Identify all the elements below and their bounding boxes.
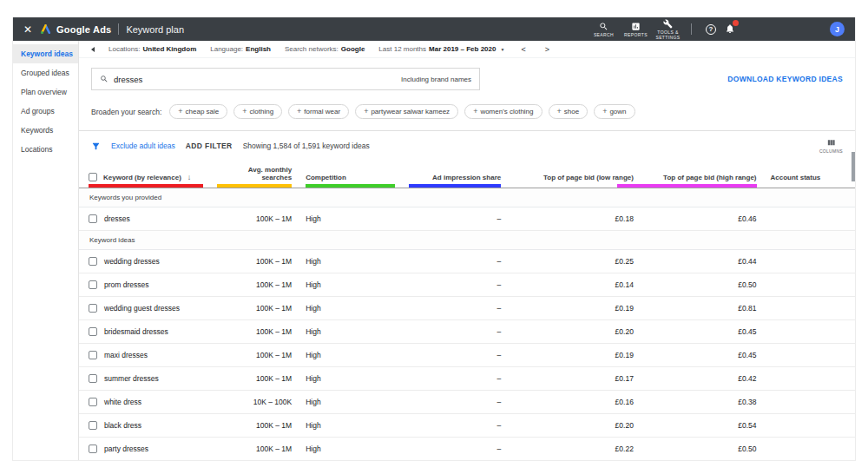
row-checkbox[interactable]	[89, 327, 97, 336]
competition-cell: High	[299, 421, 402, 430]
broaden-chip-womens-clothing[interactable]: +women's clothing	[464, 104, 542, 119]
table-row: dresses 100K – 1M High – £0.18 £0.46	[79, 207, 855, 231]
broaden-chip-gown[interactable]: +gown	[594, 104, 635, 119]
collapse-panel-icon[interactable]	[91, 47, 95, 52]
avg-monthly-searches-cell: 100K – 1M	[210, 374, 299, 383]
app-body: Keyword ideas Grouped ideas Plan overvie…	[13, 41, 855, 460]
bid-low-cell: £0.14	[508, 280, 641, 289]
bid-high-cell: £0.44	[641, 257, 764, 266]
broaden-chip-cheap-sale[interactable]: +cheap sale	[169, 104, 227, 119]
row-checkbox[interactable]	[89, 304, 97, 313]
sidebar: Keyword ideas Grouped ideas Plan overvie…	[13, 41, 79, 460]
column-label: Top of page bid (low range)	[515, 174, 634, 181]
chip-label: clothing	[250, 108, 274, 115]
ad-impression-share-cell: –	[402, 374, 509, 383]
row-checkbox[interactable]	[89, 214, 97, 223]
exclude-adult-ideas-filter[interactable]: Exclude adult ideas	[111, 142, 175, 150]
keyword-cell: wedding guest dresses	[104, 304, 180, 313]
tools-settings-button-label: TOOLS & SETTINGS	[652, 30, 684, 40]
column-header-bid-high-range[interactable]: Top of page bid (high range)	[641, 166, 764, 188]
download-keyword-ideas-button[interactable]: DOWNLOAD KEYWORD IDEAS	[727, 75, 843, 83]
columns-button[interactable]: COLUMNS	[819, 138, 843, 154]
reports-icon	[631, 22, 641, 31]
ad-impression-share-cell: –	[402, 257, 509, 266]
previous-period-icon[interactable]: <	[518, 45, 528, 54]
table-row: prom dresses 100K – 1M High – £0.14 £0.5…	[79, 273, 855, 297]
targeting-bar: Locations: United Kingdom Language: Engl…	[79, 41, 855, 58]
table-row: bridesmaid dresses 100K – 1M High – £0.2…	[79, 320, 855, 344]
keyword-search-box[interactable]: Including brand names	[91, 68, 480, 90]
select-all-checkbox[interactable]	[89, 173, 97, 181]
keyword-cell: maxi dresses	[104, 351, 148, 359]
column-header-ad-impression-share[interactable]: Ad impression share	[402, 166, 509, 188]
wrench-icon	[663, 19, 673, 29]
row-checkbox[interactable]	[89, 280, 97, 289]
keyword-cell: black dress	[104, 421, 141, 430]
column-header-keyword[interactable]: Keyword (by relevance) ↓	[79, 166, 210, 188]
topbar-divider	[118, 23, 119, 35]
vertical-scrollbar-thumb[interactable]	[852, 152, 855, 181]
search-button-label: SEARCH	[594, 32, 614, 37]
date-range-filter[interactable]: Last 12 months Mar 2019 – Feb 2020 ▼	[378, 45, 504, 53]
broaden-chip-formal-wear[interactable]: +formal wear	[288, 104, 349, 119]
close-icon[interactable]: ✕	[23, 24, 32, 35]
row-checkbox[interactable]	[89, 374, 97, 383]
competition-cell: High	[299, 280, 402, 289]
bid-low-cell: £0.25	[508, 257, 641, 266]
help-icon[interactable]: ?	[706, 24, 716, 35]
columns-icon	[826, 138, 836, 148]
sidebar-item-keyword-ideas[interactable]: Keyword ideas	[13, 44, 78, 63]
top-bar: ✕ Google Ads Keyword plan SEARCH REPORTS…	[13, 17, 855, 41]
column-header-avg-monthly-searches[interactable]: Avg. monthly searches	[210, 166, 299, 188]
keyword-cell: party dresses	[104, 445, 148, 453]
broaden-chip-clothing[interactable]: +clothing	[233, 104, 282, 119]
row-checkbox[interactable]	[89, 398, 97, 406]
plus-icon: +	[297, 108, 301, 115]
broaden-chip-partywear-salwar-kameez[interactable]: +partywear salwar kameez	[355, 104, 458, 119]
plus-icon: +	[557, 108, 562, 115]
google-ads-logo-icon[interactable]	[40, 23, 51, 35]
tools-settings-button[interactable]: TOOLS & SETTINGS	[652, 19, 684, 40]
row-checkbox[interactable]	[89, 445, 97, 453]
avg-monthly-searches-cell: 10K – 100K	[210, 398, 299, 406]
sidebar-item-ad-groups[interactable]: Ad groups	[13, 102, 78, 121]
competition-cell: High	[299, 257, 402, 266]
next-period-icon[interactable]: >	[542, 45, 552, 54]
bid-high-cell: £0.81	[641, 304, 764, 313]
account-avatar[interactable]: J	[830, 22, 845, 36]
keyword-cell: dresses	[104, 214, 130, 223]
plus-icon: +	[473, 108, 477, 115]
results-count-text: Showing 1,584 of 1,591 keyword ideas	[243, 142, 370, 150]
search-row: Including brand names DOWNLOAD KEYWORD I…	[79, 58, 855, 96]
reports-button[interactable]: REPORTS	[620, 22, 652, 37]
row-checkbox[interactable]	[89, 257, 97, 266]
keyword-search-input[interactable]	[114, 75, 396, 84]
column-header-competition[interactable]: Competition	[299, 166, 402, 188]
brand-names-toggle[interactable]: Including brand names	[401, 76, 471, 83]
broaden-chip-shoe[interactable]: +shoe	[549, 104, 589, 119]
sidebar-item-keywords[interactable]: Keywords	[13, 121, 78, 140]
language-filter[interactable]: Language: English	[210, 45, 271, 53]
keyword-table: Keyword (by relevance) ↓ Avg. monthly se…	[79, 161, 855, 460]
bid-high-cell: £0.54	[641, 421, 764, 430]
search-button[interactable]: SEARCH	[588, 22, 620, 37]
filter-label: Language:	[210, 45, 243, 53]
filter-funnel-icon[interactable]	[91, 142, 101, 151]
sidebar-item-grouped-ideas[interactable]: Grouped ideas	[13, 63, 78, 82]
notifications-bell-icon[interactable]	[725, 22, 735, 37]
row-checkbox[interactable]	[89, 421, 97, 430]
networks-filter[interactable]: Search networks: Google	[285, 45, 365, 53]
sidebar-item-plan-overview[interactable]: Plan overview	[13, 82, 78, 102]
column-header-account-status[interactable]: Account status	[764, 166, 855, 188]
chip-label: women's clothing	[480, 108, 533, 115]
sidebar-item-locations[interactable]: Locations	[13, 140, 78, 159]
bid-high-cell: £0.45	[641, 327, 764, 336]
table-row: party dresses 100K – 1M High – £0.22 £0.…	[79, 438, 855, 460]
locations-filter[interactable]: Locations: United Kingdom	[108, 45, 196, 53]
avg-monthly-searches-cell: 100K – 1M	[210, 214, 299, 223]
add-filter-button[interactable]: ADD FILTER	[186, 142, 233, 150]
bid-high-cell: £0.50	[641, 280, 764, 289]
keyword-cell: bridesmaid dresses	[104, 327, 168, 336]
brand-name: Google Ads	[56, 24, 111, 35]
row-checkbox[interactable]	[89, 351, 97, 359]
